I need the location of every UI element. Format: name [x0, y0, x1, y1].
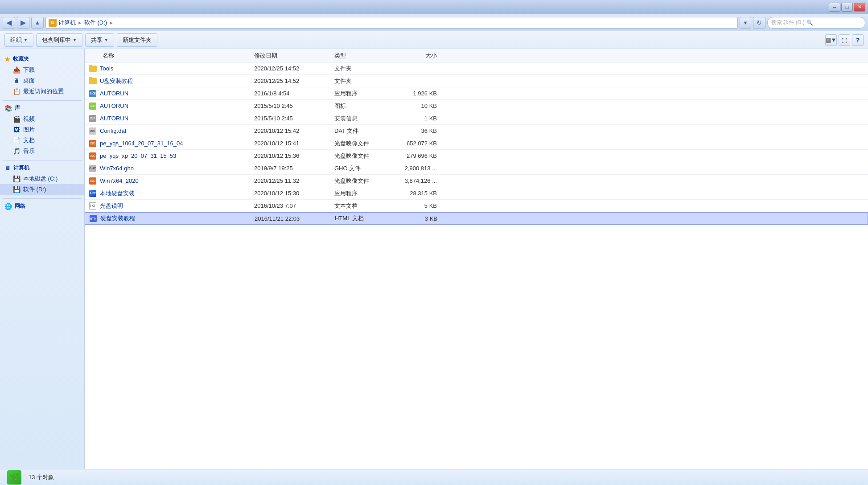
- sidebar-favorites-header[interactable]: ★ 收藏夹: [0, 53, 84, 65]
- file-date: 2020/10/12 15:36: [254, 152, 334, 159]
- maximize-button[interactable]: □: [841, 3, 853, 12]
- close-button[interactable]: ✕: [854, 3, 865, 12]
- file-size: 3 KB: [393, 215, 446, 222]
- archive-button[interactable]: 包含到库中 ▼: [36, 33, 82, 47]
- table-row[interactable]: APP 本地硬盘安装 2020/10/12 15:30 应用程序 28,315 …: [85, 187, 868, 200]
- sidebar-item-local-c[interactable]: 💾 本地磁盘 (C:): [0, 173, 84, 184]
- col-header-date[interactable]: 修改日期: [254, 52, 334, 60]
- file-type-icon: GHO: [88, 164, 97, 173]
- help-button[interactable]: ?: [852, 34, 864, 46]
- file-name: ISO Win7x64_2020: [85, 177, 254, 185]
- sidebar-divider-2: [3, 160, 82, 160]
- breadcrumb-bar[interactable]: 🖥 计算机 ► 软件 (D:) ►: [45, 17, 738, 29]
- file-type: 应用程序: [334, 90, 392, 98]
- forward-button[interactable]: ▶: [17, 17, 29, 29]
- sidebar-library-header[interactable]: 📚 库: [0, 103, 84, 114]
- table-row[interactable]: ISO pe_yqs_1064_20_07_31_16_04 2020/10/1…: [85, 137, 868, 150]
- table-row[interactable]: TXT 光盘说明 2016/10/23 7:07 文本文档 5 KB: [85, 200, 868, 212]
- file-name: ISO pe_yqs_1064_20_07_31_16_04: [85, 140, 254, 148]
- addressbar: ◀ ▶ ▲ 🖥 计算机 ► 软件 (D:) ► ▼ ↻ 搜索 软件 (D:) 🔍: [0, 14, 868, 31]
- file-date: 2020/10/12 15:41: [254, 140, 334, 147]
- table-row[interactable]: INF AUTORUN 2015/5/10 2:45 安装信息 1 KB: [85, 112, 868, 125]
- file-type: 光盘映像文件: [334, 177, 392, 185]
- table-row[interactable]: GHO Win7x64.gho 2019/9/7 19:25 GHO 文件 2,…: [85, 162, 868, 175]
- address-dropdown-button[interactable]: ▼: [740, 17, 751, 29]
- local-c-label: 本地磁盘 (C:): [23, 175, 58, 183]
- table-row[interactable]: U盘安装教程 2020/12/25 14:52 文件夹: [85, 75, 868, 87]
- sidebar-item-picture[interactable]: 🖼 图片: [0, 124, 84, 135]
- table-row[interactable]: ISO Win7x64_2020 2020/12/25 11:32 光盘映像文件…: [85, 175, 868, 187]
- filelist-scroll[interactable]: Tools 2020/12/25 14:52 文件夹 U盘安装教程 2020/1…: [85, 62, 868, 469]
- star-icon: ★: [4, 56, 10, 63]
- file-type-icon: APP: [88, 189, 97, 197]
- video-label: 视频: [23, 115, 35, 123]
- file-name: GHO Win7x64.gho: [85, 164, 254, 173]
- file-type: 光盘映像文件: [334, 152, 392, 160]
- table-row[interactable]: DAT Config.dat 2020/10/12 15:42 DAT 文件 3…: [85, 125, 868, 137]
- music-icon: 🎵: [12, 147, 21, 155]
- file-type: 文件夹: [334, 77, 392, 85]
- filelist-area: 名称 修改日期 类型 大小 Tools 2020/12/25 14:52 文件夹…: [85, 49, 868, 469]
- breadcrumb-drive[interactable]: 软件 (D:): [84, 19, 107, 27]
- file-date: 2020/10/12 15:42: [254, 127, 334, 134]
- new-folder-label: 新建文件夹: [123, 36, 152, 44]
- file-type: HTML 文档: [335, 214, 393, 222]
- table-row[interactable]: EXE AUTORUN 2016/1/8 4:54 应用程序 1,926 KB: [85, 87, 868, 100]
- file-size: 652,072 KB: [392, 140, 446, 147]
- search-bar[interactable]: 搜索 软件 (D:) 🔍: [767, 17, 865, 29]
- file-size: 28,315 KB: [392, 190, 446, 197]
- music-label: 音乐: [23, 147, 35, 155]
- sidebar-item-software-d[interactable]: 💾 软件 (D:): [0, 184, 84, 195]
- library-folder-icon: 📚: [4, 105, 12, 112]
- breadcrumb-arrow[interactable]: ►: [109, 20, 114, 25]
- col-header-name[interactable]: 名称: [85, 52, 254, 60]
- back-button[interactable]: ◀: [3, 17, 15, 29]
- preview-button[interactable]: ⬚: [839, 34, 850, 46]
- file-size: 1,926 KB: [392, 90, 446, 97]
- file-name: HTM 硬盘安装教程: [85, 214, 255, 222]
- sidebar-item-video[interactable]: 🎬 视频: [0, 114, 84, 124]
- toolbar: 组织 ▼ 包含到库中 ▼ 共享 ▼ 新建文件夹 ▦ ▼ ⬚ ?: [0, 31, 868, 49]
- picture-label: 图片: [23, 126, 35, 134]
- organize-button[interactable]: 组织 ▼: [4, 33, 33, 47]
- table-row[interactable]: HTM 硬盘安装教程 2016/11/21 22:03 HTML 文档 3 KB: [85, 212, 868, 225]
- view-arrow-icon: ▼: [831, 37, 837, 43]
- sidebar-item-downloads[interactable]: 📥 下载: [0, 65, 84, 75]
- breadcrumb-computer[interactable]: 计算机: [58, 19, 76, 27]
- favorites-label: 收藏夹: [13, 55, 29, 63]
- file-name: ISO pe_yqs_xp_20_07_31_15_53: [85, 152, 254, 160]
- minimize-button[interactable]: ─: [829, 3, 840, 12]
- titlebar: ─ □ ✕: [0, 0, 868, 14]
- up-button[interactable]: ▲: [31, 17, 44, 29]
- filelist-header: 名称 修改日期 类型 大小: [85, 49, 868, 62]
- table-row[interactable]: ISO pe_yqs_xp_20_07_31_15_53 2020/10/12 …: [85, 150, 868, 162]
- sidebar-item-document[interactable]: 📄 文档: [0, 135, 84, 146]
- file-name: TXT 光盘说明: [85, 202, 254, 210]
- sidebar-computer-header[interactable]: 🖥 计算机: [0, 162, 84, 173]
- file-name: ICO AUTORUN: [85, 102, 254, 110]
- sidebar-item-desktop[interactable]: 🖥 桌面: [0, 75, 84, 86]
- file-type-icon: ISO: [88, 152, 97, 160]
- sidebar-item-music[interactable]: 🎵 音乐: [0, 146, 84, 156]
- view-button[interactable]: ▦ ▼: [825, 34, 837, 46]
- sidebar-network-header[interactable]: 🌐 网络: [0, 201, 84, 212]
- table-row[interactable]: ICO AUTORUN 2015/5/10 2:45 图标 10 KB: [85, 100, 868, 112]
- file-date: 2016/1/8 4:54: [254, 90, 334, 97]
- file-name: DAT Config.dat: [85, 127, 254, 135]
- new-folder-button[interactable]: 新建文件夹: [117, 33, 157, 47]
- refresh-button[interactable]: ↻: [753, 17, 765, 29]
- recent-icon: 📋: [12, 87, 21, 95]
- sidebar-divider-1: [3, 100, 82, 101]
- file-name: APP 本地硬盘安装: [85, 189, 254, 197]
- table-row[interactable]: Tools 2020/12/25 14:52 文件夹: [85, 62, 868, 75]
- sidebar-computer-section: 🖥 计算机 💾 本地磁盘 (C:) 💾 软件 (D:): [0, 162, 84, 195]
- titlebar-buttons: ─ □ ✕: [829, 3, 865, 12]
- col-header-type[interactable]: 类型: [334, 52, 392, 60]
- sidebar-item-recent[interactable]: 📋 最近访问的位置: [0, 86, 84, 97]
- file-name: Tools: [85, 65, 254, 73]
- share-button[interactable]: 共享 ▼: [85, 33, 114, 47]
- col-header-size[interactable]: 大小: [392, 52, 446, 60]
- computer-icon: 🖥: [49, 19, 57, 27]
- file-type: 文件夹: [334, 65, 392, 73]
- file-size: 5 KB: [392, 202, 446, 209]
